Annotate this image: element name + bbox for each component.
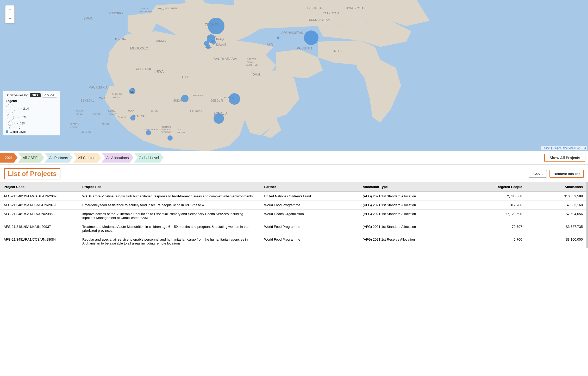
svg-text:SIERRA: SIERRA (70, 123, 79, 126)
svg-text:TOGO: TOGO (128, 110, 134, 112)
cell-partner: World Food Programme (260, 222, 359, 235)
zoom-in-button[interactable]: + (5, 5, 14, 14)
svg-text:TUNISIA: TUNISIA (115, 38, 126, 41)
map-attribution: Leaflet | © OpenStreetMap © CARTO (541, 146, 587, 150)
cell-allocations: $10,652,588 (526, 192, 586, 201)
csv-download-button[interactable]: .CSV ↓ (529, 170, 547, 178)
svg-point-61 (208, 18, 224, 34)
color-button[interactable]: COLOR (42, 93, 57, 98)
svg-text:BISSAU: BISSAU (76, 113, 84, 116)
svg-text:FASO: FASO (113, 96, 120, 99)
cell-code: AFG-21/3481/SA1/N/UN/20937 (0, 222, 79, 235)
table-body: AFG-21/3481/SA1/WASH/UN/20625 WASH Core … (0, 192, 586, 248)
svg-text:SENEGAL: SENEGAL (81, 99, 94, 102)
table-wrapper[interactable]: Project Code Project Title Partner Alloc… (0, 182, 588, 248)
legend-value-0: · · · · 0 (13, 126, 20, 129)
svg-point-74 (277, 36, 279, 39)
map-container: SPAIN ANDORRA ITALY MOROCCO ALGERIA TUNI… (0, 0, 588, 151)
cell-alloc-type: (AFG) 2021 1st Standard Allocation (359, 210, 465, 222)
cell-allocations: $7,504,656 (526, 210, 586, 222)
legend-circles: · · · · 151M · · · · 76M · · · · 38M · ·… (6, 104, 57, 129)
project-list-title: List of Projects (4, 168, 60, 179)
size-button[interactable]: SIZE (30, 93, 40, 97)
svg-text:OMAN: OMAN (253, 73, 261, 76)
filter-chip-year[interactable]: 2021 (0, 153, 17, 163)
svg-text:ETHIOPIA: ETHIOPIA (190, 110, 202, 112)
svg-text:AFGHANISTAN: AFGHANISTAN (281, 31, 303, 35)
legend-circle-small (8, 121, 13, 126)
svg-text:IRAN: IRAN (266, 43, 273, 46)
svg-text:MACEDONIA: MACEDONIA (139, 10, 152, 12)
svg-point-66 (211, 40, 216, 45)
col-header-partner: Partner (260, 182, 359, 192)
cell-title: Improve access of the Vulnerable Populat… (79, 210, 261, 222)
svg-text:MAURITANIA: MAURITANIA (89, 86, 108, 89)
show-all-projects-button[interactable]: Show All Projects (544, 154, 585, 162)
svg-text:TURKMENISTAN: TURKMENISTAN (307, 18, 330, 21)
leaflet-link[interactable]: Leaflet (542, 147, 550, 149)
svg-text:MOROCCO: MOROCCO (130, 46, 148, 50)
table-row: AFG-21/3481/SA1/N/UN/20937 Treatment of … (0, 222, 586, 235)
svg-text:NORTH: NORTH (141, 7, 148, 10)
filter-chip-partners[interactable]: All Partners (45, 153, 73, 163)
cell-partner: United Nations Children's Fund (260, 192, 359, 201)
svg-point-62 (304, 30, 318, 45)
legend-title: Legend (6, 99, 57, 103)
remove-list-button[interactable]: Remove this list (549, 170, 584, 178)
table-row: AFG-21/3481/RA1/CCS/UN/18084 Regular and… (0, 235, 586, 248)
svg-point-67 (229, 93, 240, 105)
svg-text:ALGERIA: ALGERIA (135, 67, 151, 71)
svg-text:CHAD: CHAD (151, 110, 158, 112)
legend-circle-medium (7, 114, 14, 121)
cell-allocations: $3,100,000 (526, 235, 586, 248)
global-level-label: Global Level (10, 130, 26, 133)
filter-bar: 2021 All CBPFs All Partners All Clusters… (0, 151, 588, 165)
table-row: AFG-21/3481/SA1/FSAC/UN/20790 Emergency … (0, 201, 586, 210)
svg-text:GUINEA-: GUINEA- (76, 110, 85, 112)
carto-link[interactable]: CARTO (577, 147, 586, 149)
cell-code: AFG-21/3481/SA1/FSAC/UN/20790 (0, 201, 79, 210)
cell-alloc-type: (AFG) 2021 1st Standard Allocation (359, 192, 465, 201)
svg-text:NI: NI (132, 87, 134, 90)
cell-partner: World Health Organization (260, 210, 359, 222)
cell-title: WASH Core Pipeline Supply Hub humanitari… (79, 192, 261, 201)
cell-allocations: $7,583,160 (526, 201, 586, 210)
svg-text:KUWAIT: KUWAIT (216, 43, 226, 46)
svg-text:GREECE: GREECE (156, 40, 166, 42)
table-row: AFG-21/3481/SA1/WASH/UN/20625 WASH Core … (0, 192, 586, 201)
osm-link[interactable]: OpenStreetMap (555, 147, 574, 149)
filter-chip-global[interactable]: Global Level (134, 153, 164, 163)
svg-text:CENTRAL: CENTRAL (161, 126, 171, 128)
cell-code: AFG-21/3481/SA1/H-N/UN/20853 (0, 210, 79, 222)
cell-allocations: $3,587,735 (526, 222, 586, 235)
svg-point-71 (130, 115, 135, 121)
svg-text:AFRICAN: AFRICAN (161, 128, 170, 131)
svg-point-65 (206, 45, 210, 49)
filter-chip-clusters[interactable]: All Clusters (73, 153, 101, 163)
col-header-targeted: Targeted People (465, 182, 526, 192)
svg-text:ERITREA: ERITREA (193, 94, 203, 97)
svg-point-69 (214, 113, 224, 124)
zoom-out-button[interactable]: − (5, 14, 14, 23)
legend-value-38m: · · · · 38M (14, 122, 25, 125)
svg-text:UNITED: UNITED (247, 58, 256, 60)
show-values-label: Show values by: (6, 93, 28, 97)
filter-chip-allocations[interactable]: All Allocations (102, 153, 133, 163)
col-header-code: Project Code (0, 182, 79, 192)
cell-targeted: 2,780,868 (465, 192, 526, 201)
project-list-area: List of Projects .CSV ↓ Remove this list… (0, 165, 588, 248)
legend-circle-large (6, 104, 15, 113)
svg-text:PAKISTAN: PAKISTAN (297, 47, 312, 50)
svg-text:ARAB: ARAB (247, 61, 253, 63)
cell-code: AFG-21/3481/SA1/WASH/UN/20625 (0, 192, 79, 201)
cell-alloc-type: (AFG) 2021 1st Reserve Allocation (359, 235, 465, 248)
svg-text:SPAIN: SPAIN (83, 16, 93, 20)
svg-text:DJIBOUTI: DJIBOUTI (211, 99, 223, 102)
svg-text:IVORY: IVORY (108, 110, 115, 112)
filter-chip-cbpfs[interactable]: All CBPFs (18, 153, 44, 163)
cell-targeted: 6,700 (465, 235, 526, 248)
table-header-row: Project Code Project Title Partner Alloc… (0, 182, 586, 192)
svg-text:CAMEROON: CAMEROON (145, 128, 158, 131)
svg-text:BURKINA: BURKINA (112, 93, 122, 96)
svg-point-73 (167, 135, 173, 141)
